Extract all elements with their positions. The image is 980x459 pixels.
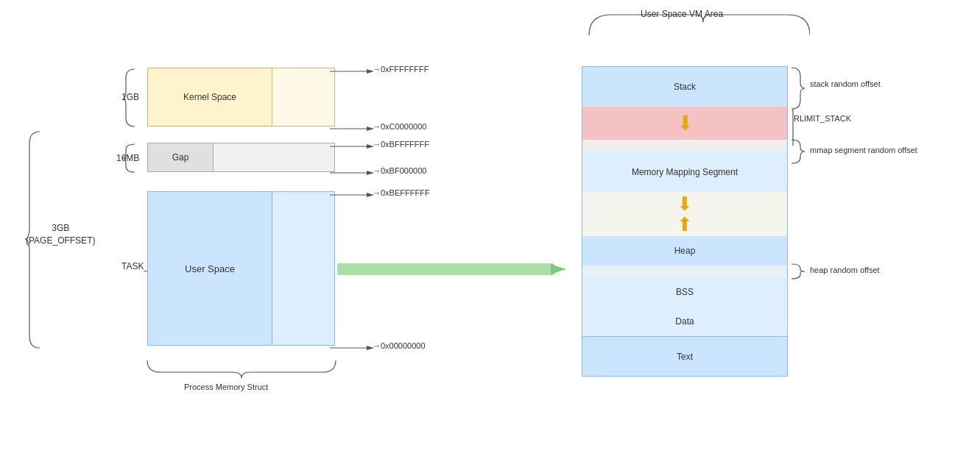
kernel-right: [272, 68, 335, 127]
vm-stack-arrow: ⬇: [582, 107, 788, 140]
vm-stack-block: Stack: [582, 66, 788, 107]
line-bfffffff: [330, 142, 374, 151]
arrow-down-mmap: ⬇: [677, 194, 693, 213]
annot-rlimit: RLIMIT_STACK: [794, 114, 851, 123]
vm-heap-block: Heap: [582, 236, 788, 266]
user-space-block: User Space: [147, 191, 272, 346]
label-3gb: 3GB (PAGE_OFFSET): [26, 222, 95, 247]
vm-text-block: Text: [582, 336, 788, 377]
line-00000000: [330, 344, 374, 352]
green-arrow-svg: [337, 257, 573, 281]
arrow-up-heap: ⬆: [677, 215, 693, 234]
line-beffffff: [330, 191, 374, 199]
vm-gap3: [582, 266, 788, 277]
line-bf000000: [330, 168, 374, 177]
annot-mmap-random: mmap segment random offset: [810, 146, 917, 154]
addr-beffffff: →0xBEFFFFFF: [330, 190, 374, 199]
addr-00000000: →0x00000000: [330, 343, 374, 352]
bottom-brace-svg: [146, 359, 337, 381]
line-c0000000: [330, 124, 374, 133]
addr-bf000000: →0xBF000000: [330, 168, 374, 177]
brace-mmap-random: [790, 138, 812, 165]
bottom-label: Process Memory Struct: [184, 382, 268, 391]
vm-area-title: User Space VM Area: [641, 9, 723, 19]
vm-bss-block: BSS: [582, 277, 788, 307]
vm-data-block: Data: [582, 307, 788, 336]
label-16mb: 16MB: [116, 153, 139, 163]
brace-heap-random: [790, 263, 812, 280]
vm-mmap-block: Memory Mapping Segment: [582, 152, 788, 192]
brace-stack-random: [790, 66, 812, 110]
gap-right: [214, 143, 335, 172]
kernel-space-block: Kernel Space: [147, 68, 272, 127]
arrow-down-stack: ⬇: [677, 113, 694, 134]
addr-c0000000: →0xC0000000: [330, 124, 374, 133]
addr-ffffffff: →0xFFFFFFFF: [330, 66, 374, 76]
annot-stack-random: stack random offset: [810, 79, 881, 88]
line-ffffffff: [330, 67, 374, 76]
annot-heap-random: heap random offset: [810, 266, 880, 274]
vm-gap1: [582, 140, 788, 152]
addr-bfffffff: →0xBFFFFFFF: [330, 141, 374, 151]
userspace-right: [272, 191, 335, 346]
diagram: User Space VM Area 3GB (PAGE_OFFSET) 1GB…: [0, 0, 980, 459]
svg-rect-13: [337, 263, 554, 275]
gap-block: Gap: [147, 143, 214, 172]
vm-gap2: ⬇ ⬆: [582, 192, 788, 236]
label-1gb: 1GB: [121, 92, 139, 102]
